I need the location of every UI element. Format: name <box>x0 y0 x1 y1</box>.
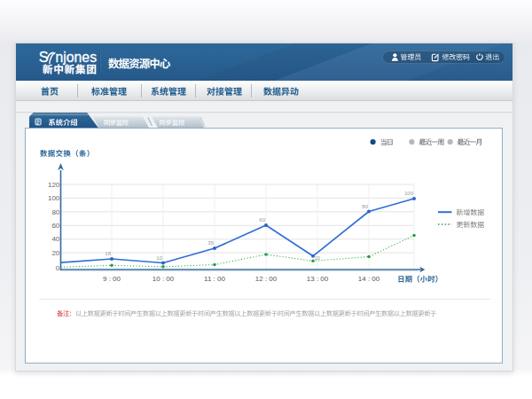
svg-text:40: 40 <box>51 235 59 243</box>
svg-text:13 : 00: 13 : 00 <box>307 275 329 283</box>
svg-text:20: 20 <box>51 249 59 257</box>
svg-text:18: 18 <box>105 251 111 256</box>
svg-text:100: 100 <box>404 191 414 196</box>
svg-text:0: 0 <box>56 264 60 272</box>
svg-text:35: 35 <box>207 240 214 246</box>
svg-text:120: 120 <box>48 181 60 189</box>
svg-text:60: 60 <box>51 222 59 230</box>
svg-text:S: S <box>39 49 49 65</box>
svg-text:100: 100 <box>48 194 60 202</box>
svg-text:10: 10 <box>315 255 320 261</box>
svg-text:14 : 00: 14 : 00 <box>358 275 380 283</box>
svg-text:11 : 00: 11 : 00 <box>204 275 225 283</box>
svg-text:10: 10 <box>156 255 162 261</box>
svg-text:9 : 00: 9 : 00 <box>103 275 121 283</box>
svg-text:njones: njones <box>56 50 98 65</box>
svg-text:60: 60 <box>259 217 265 223</box>
svg-text:12 : 00: 12 : 00 <box>255 275 278 283</box>
svg-text:10 : 00: 10 : 00 <box>153 275 175 283</box>
svg-text:80: 80 <box>362 204 368 209</box>
svg-text:80: 80 <box>51 208 59 216</box>
